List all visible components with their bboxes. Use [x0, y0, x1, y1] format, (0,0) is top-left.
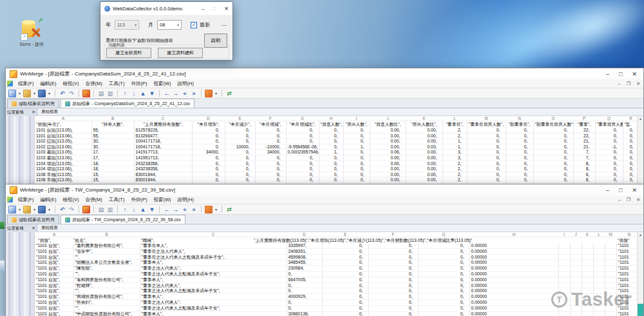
table-cell[interactable]: 0,	[343, 161, 370, 166]
table-cell[interactable]: 0,	[225, 150, 255, 155]
table-cell[interactable]: 1004171718,	[134, 139, 192, 144]
csv-data-row[interactable]: "1101 台泥","中成開發投資股份有限公司","董事本人",30860136…	[35, 311, 637, 316]
tab-folder-compare[interactable]: 擷取檔案或資料夾	[7, 215, 59, 224]
table-cell[interactable]: "1101	[616, 311, 637, 316]
csv-grid[interactable]: ABCDEFGHIJKLMNOPQR"個股(年月)","持有人數","上月實際持…	[35, 116, 637, 185]
table-cell[interactable]: 0,	[467, 139, 506, 144]
table-cell[interactable]: 0,	[418, 277, 469, 282]
copy-all-left-icon[interactable]: «	[181, 206, 189, 213]
close-button[interactable]: ✕	[632, 187, 637, 193]
table-cell[interactable]: 6,	[573, 172, 595, 177]
table-cell[interactable]: 0,	[286, 155, 319, 161]
table-cell[interactable]	[605, 271, 616, 277]
menu-item[interactable]: 說明(H)	[174, 197, 196, 203]
table-cell[interactable]: 0,	[418, 282, 469, 288]
table-cell[interactable]: "1101 台泥",	[35, 299, 73, 305]
table-cell[interactable]	[558, 266, 570, 272]
table-cell[interactable]: 6647005,	[287, 277, 322, 282]
table-cell[interactable]: 0,	[225, 133, 255, 139]
table-cell[interactable]: 0,	[322, 294, 368, 300]
mdi-minimize-button[interactable]: –	[618, 81, 621, 86]
table-cell[interactable]	[570, 282, 582, 288]
csv-data-row[interactable]: 1108 幸福(113.06),15,83001844,0,0,0,0,0,0,…	[35, 177, 637, 183]
copy-left-icon[interactable]: ←	[163, 90, 171, 97]
table-cell[interactable]: 0,	[287, 271, 322, 277]
table-cell[interactable]: 0,	[319, 144, 343, 150]
new-file-dropdown[interactable]: ▾	[17, 207, 22, 212]
menu-item[interactable]: 編輯(E)	[37, 81, 60, 87]
last-diff-icon[interactable]: ▼	[148, 90, 156, 97]
table-cell[interactable]: "董事之法人代表人之配偶及未成年子女",	[140, 271, 287, 277]
copy-all-right-icon[interactable]: »	[190, 206, 198, 213]
table-cell[interactable]: 0,	[319, 133, 343, 139]
close-icon[interactable]: ✕	[32, 110, 35, 115]
table-cell[interactable]: 0.00,	[370, 139, 406, 144]
table-cell[interactable]	[582, 311, 593, 316]
close-button[interactable]: ✕	[224, 6, 229, 12]
table-cell[interactable]: 0.00,	[406, 155, 442, 161]
table-cell[interactable]: 0,	[192, 155, 225, 161]
table-cell[interactable]: 2,	[442, 133, 467, 139]
table-cell[interactable]: "1101 台泥",	[35, 282, 73, 288]
table-cell[interactable]: "董事長之法人代表人",	[140, 248, 287, 254]
plugin-icon[interactable]	[205, 90, 213, 97]
table-cell[interactable]: 0,	[192, 177, 225, 183]
table-cell[interactable]: 18,	[91, 161, 134, 166]
table-cell[interactable]: 0,	[467, 128, 506, 133]
table-cell[interactable]: 22,	[573, 128, 595, 133]
table-cell[interactable]: 0,	[192, 172, 225, 177]
table-cell[interactable]: 0,	[595, 133, 623, 139]
table-cell[interactable]: "1101 台泥",	[35, 277, 73, 282]
table-cell[interactable]: 17,	[91, 150, 134, 155]
table-cell[interactable]: 0.00000	[469, 254, 558, 260]
table-cell[interactable]: 2,	[442, 177, 467, 183]
mdi-close-button[interactable]: ✕	[636, 197, 640, 202]
menu-item[interactable]: 編輯(E)	[37, 197, 60, 203]
table-cell[interactable]	[570, 311, 582, 316]
table-cell[interactable]: 2,	[442, 161, 467, 166]
table-cell[interactable]: 0.00000	[469, 248, 558, 254]
table-cell[interactable]: 8,	[573, 161, 595, 166]
table-cell[interactable]: 0,	[255, 139, 286, 144]
table-cell[interactable]: 0,	[322, 288, 368, 294]
table-cell[interactable]: 0,	[595, 161, 623, 166]
table-cell[interactable]: 0,	[255, 172, 286, 177]
table-cell[interactable]: 0,	[225, 177, 255, 183]
table-cell[interactable]: 0,	[192, 161, 225, 166]
table-cell[interactable]: "董事本人",	[140, 294, 287, 300]
table-cell[interactable]	[593, 277, 605, 282]
table-cell[interactable]: 0,	[595, 155, 623, 161]
table-cell[interactable]: 0,	[255, 177, 286, 183]
title-bar[interactable]: WinMerge - [原始檔案 - TW_Companys_2024_8_25…	[6, 184, 643, 195]
table-cell[interactable]: 0.00000	[469, 277, 558, 282]
table-cell[interactable]: 1108 幸福(113.06),	[35, 177, 91, 183]
csv-data-row[interactable]: "1101 台泥","陳聖德","董事之法人代表人",230984,0,0,0,…	[35, 266, 637, 272]
title-bar[interactable]: WinMerge - [原始檔案 - CompanysDataSum_2024_…	[6, 68, 643, 79]
table-cell[interactable]: 0,	[322, 277, 368, 282]
menu-item[interactable]: 合併(M)	[82, 81, 106, 87]
tab-folder-compare[interactable]: 擷取檔案或資料夾	[7, 99, 59, 108]
table-cell[interactable]: 0,	[418, 271, 469, 277]
table-cell[interactable]: 0,	[533, 128, 573, 133]
copy-right-icon[interactable]: →	[172, 206, 180, 213]
csv-data-row[interactable]: "1101 台泥","","董事之法人代表人之配偶及未成年子女",0,0,0,0…	[35, 288, 637, 294]
csv-data-row[interactable]: "1101 台泥","","董事長之法人代表人之配偶及未成年子女",459980…	[35, 254, 637, 260]
table-cell[interactable]: 0,	[343, 166, 370, 172]
menu-item[interactable]: 外掛(P)	[128, 197, 150, 203]
table-cell[interactable]: "董事之法人代表人之配偶及未成年子女",	[140, 305, 287, 311]
maximize-button[interactable]: □	[619, 71, 622, 77]
mdi-restore-button[interactable]: ❒	[627, 81, 630, 86]
table-cell[interactable]: 0,	[368, 299, 418, 305]
table-cell[interactable]: "董事本人",	[140, 260, 287, 266]
table-cell[interactable]	[582, 248, 593, 254]
redo-icon[interactable]: ↷	[68, 90, 75, 97]
table-cell[interactable]: 22,	[573, 133, 595, 139]
prev-diff-icon[interactable]: ↑	[121, 90, 129, 97]
table-cell[interactable]: 0,	[343, 128, 370, 133]
csv-data-row[interactable]: "1101 台泥","興城投資股份有限公司","董事本人",4000929,0,…	[35, 294, 637, 300]
table-cell[interactable]: "1101 台泥",	[35, 311, 73, 316]
menu-item[interactable]: 視窗(W)	[150, 197, 174, 203]
open-file-icon[interactable]	[23, 90, 31, 97]
open-file-dropdown[interactable]: ▾	[32, 91, 37, 95]
table-cell[interactable]: 1108 幸福(113.05),	[35, 172, 91, 177]
